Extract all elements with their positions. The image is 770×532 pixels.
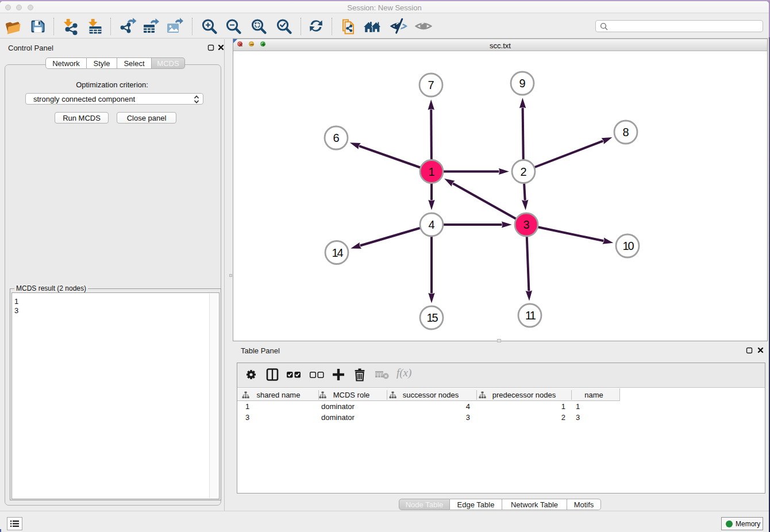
svg-text:1: 1 bbox=[428, 165, 434, 178]
svg-text:6: 6 bbox=[333, 132, 339, 144]
svg-text:2: 2 bbox=[520, 165, 526, 178]
svg-text:3: 3 bbox=[523, 218, 529, 231]
svg-text:7: 7 bbox=[428, 79, 434, 91]
svg-text:11: 11 bbox=[525, 309, 536, 322]
svg-text:4: 4 bbox=[428, 218, 434, 231]
svg-text:8: 8 bbox=[622, 126, 629, 138]
svg-text:15: 15 bbox=[426, 311, 438, 324]
svg-text:9: 9 bbox=[519, 77, 525, 90]
svg-text:10: 10 bbox=[622, 240, 634, 252]
svg-text:14: 14 bbox=[332, 246, 343, 259]
